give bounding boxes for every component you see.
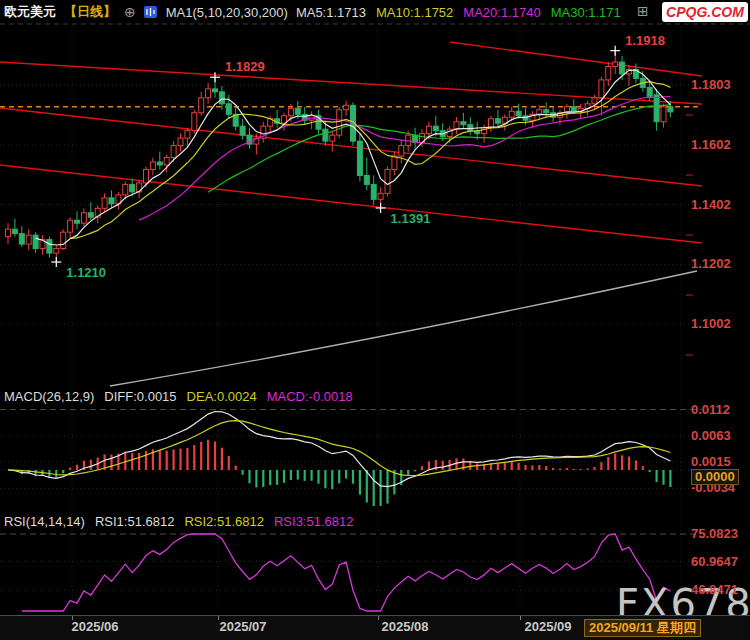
rsi-axis-label: 46.8471 [691, 583, 738, 597]
time-axis-tick [378, 616, 379, 620]
ma-value: MA5:1.1713 [296, 5, 366, 20]
circle-plus-icon[interactable]: ⊕ [124, 5, 136, 19]
macd-dea-value: DEA:0.0024 [187, 389, 257, 404]
rsi-axis-label: 60.9647 [691, 555, 738, 569]
time-axis-label: 2025/09 [525, 620, 572, 634]
price-axis-label: 1.1002 [691, 317, 731, 331]
cpqg-logo: CPQG.COM [662, 2, 748, 22]
time-axis-label: 2025/08 [382, 620, 429, 634]
price-axis-label: 1.1803 [691, 78, 731, 92]
ma-value: MA20:1.1740 [463, 5, 540, 20]
ma-value: MA10:1.1752 [376, 5, 453, 20]
chart-canvas[interactable] [0, 0, 750, 640]
ma-settings-label: MA1(5,10,20,30,200) [166, 5, 288, 20]
layout-grid-icon[interactable]: ⊞ [637, 4, 649, 18]
macd-bar-value: MACD:-0.0018 [267, 389, 353, 404]
ma-values: MA5:1.1713MA10:1.1752MA20:1.1740MA30:1.1… [296, 5, 621, 20]
macd-axis-label: 0.0063 [691, 429, 731, 443]
annotation-label: 1.1918 [625, 34, 665, 48]
macd-diff-value: DIFF:0.0015 [104, 389, 176, 404]
macd-axis-label: 0.0000 [691, 469, 739, 485]
time-axis-label: 2025/06 [72, 620, 119, 634]
rsi1-value: RSI1:51.6812 [95, 514, 175, 529]
symbol-title: 欧元美元 [4, 3, 56, 21]
time-axis-tick [520, 616, 521, 620]
annotation-label: 1.1210 [66, 266, 106, 280]
rsi3-value: RSI3:51.6812 [274, 514, 354, 529]
rsi-indicator-label: RSI(14,14,14) [4, 514, 85, 529]
candlestick-icon[interactable] [144, 5, 158, 19]
annotation-label: 1.1391 [391, 212, 431, 226]
current-date-badge: 2025/09/11 星期四 [584, 619, 701, 637]
chart-header: 欧元美元 【日线】 ⊕ MA1(5,10,20,30,200) MA5:1.17… [4, 3, 621, 21]
ma-value: MA30:1.171 [551, 5, 621, 20]
time-axis-label: 2025/07 [220, 620, 267, 634]
rsi-panel-header: RSI(14,14,14) RSI1:51.6812 RSI2:51.6812 … [4, 514, 353, 529]
price-axis-label: 1.1602 [691, 138, 731, 152]
rsi2-value: RSI2:51.6812 [184, 514, 264, 529]
chart-window: 欧元美元 【日线】 ⊕ MA1(5,10,20,30,200) MA5:1.17… [0, 0, 750, 640]
macd-panel-header: MACD(26,12,9) DIFF:0.0015 DEA:0.0024 MAC… [4, 389, 353, 404]
rsi-axis-label: 75.0823 [691, 527, 738, 541]
timeframe-label: 【日线】 [64, 3, 116, 21]
annotation-label: 1.1829 [225, 60, 265, 74]
price-axis-label: 1.1402 [691, 198, 731, 212]
macd-indicator-label: MACD(26,12,9) [4, 389, 94, 404]
price-axis-label: 1.1202 [691, 257, 731, 271]
macd-axis-label: 0.0015 [691, 455, 731, 469]
macd-axis-label: 0.0112 [691, 403, 730, 417]
